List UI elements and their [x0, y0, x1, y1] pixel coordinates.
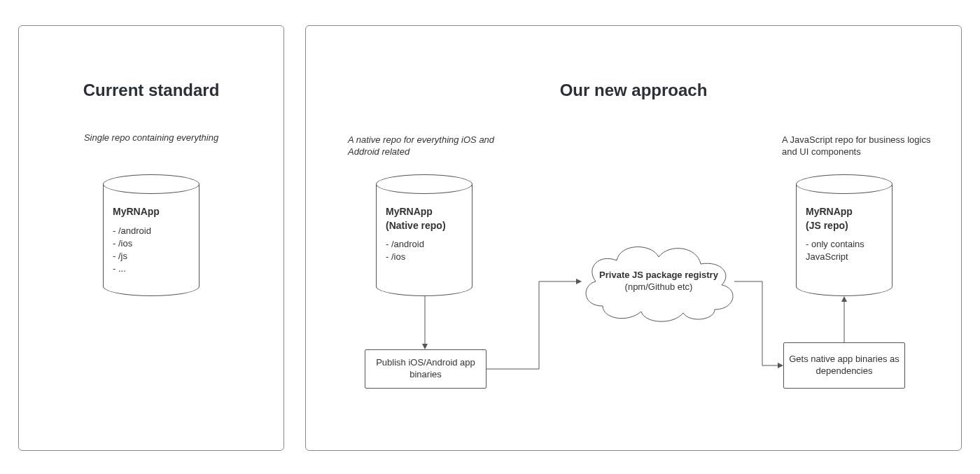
repo-item: - /js	[113, 250, 190, 263]
panel-new-approach: Our new approach A native repo for every…	[305, 25, 962, 451]
box-gets: Gets native app binaries as dependencies	[783, 342, 905, 389]
repo-name-current: MyRNApp	[113, 205, 190, 219]
subtitle-js: A JavaScript repo for business logics an…	[782, 134, 936, 158]
repo-item: - /android	[386, 238, 463, 251]
arrow-publish-to-cloud	[486, 274, 584, 372]
repo-item: - ...	[113, 263, 190, 275]
arrow-native-to-publish	[421, 296, 428, 349]
panel-current-standard: Current standard Single repo containing …	[18, 25, 284, 451]
repo-name-js: MyRNApp	[806, 205, 883, 219]
svg-marker-2	[576, 279, 582, 284]
cylinder-native-repo: MyRNApp (Native repo) - /android - /ios	[376, 174, 472, 286]
repo-item: - only contains JavaScript	[806, 238, 883, 263]
title-new: Our new approach	[306, 81, 961, 100]
repo-paren-native: (Native repo)	[386, 219, 463, 233]
cloud-title: Private JS package registry	[599, 270, 718, 281]
repo-name-native: MyRNApp	[386, 205, 463, 219]
svg-marker-3	[778, 363, 783, 368]
svg-marker-5	[841, 296, 847, 302]
subtitle-native: A native repo for everything iOS and Add…	[348, 134, 502, 158]
cylinder-js-repo: MyRNApp (JS repo) - only contains JavaSc…	[796, 174, 892, 286]
repo-item: - /android	[113, 225, 190, 237]
box-publish: Publish iOS/Android app binaries	[365, 349, 486, 389]
arrow-cloud-to-gets	[734, 274, 790, 372]
repo-item: - /ios	[386, 251, 463, 263]
repo-item: - /ios	[113, 237, 190, 250]
cloud-sub: (npm/Github etc)	[625, 281, 693, 293]
subtitle-current: Single repo containing everything	[19, 132, 284, 144]
cylinder-current-repo: MyRNApp - /android - /ios - /js - ...	[103, 174, 200, 286]
title-current: Current standard	[19, 81, 284, 100]
repo-paren-js: (JS repo)	[806, 219, 883, 233]
cloud-registry: Private JS package registry (npm/Github …	[575, 236, 743, 327]
arrow-gets-to-js	[841, 296, 848, 342]
svg-marker-1	[422, 344, 428, 349]
